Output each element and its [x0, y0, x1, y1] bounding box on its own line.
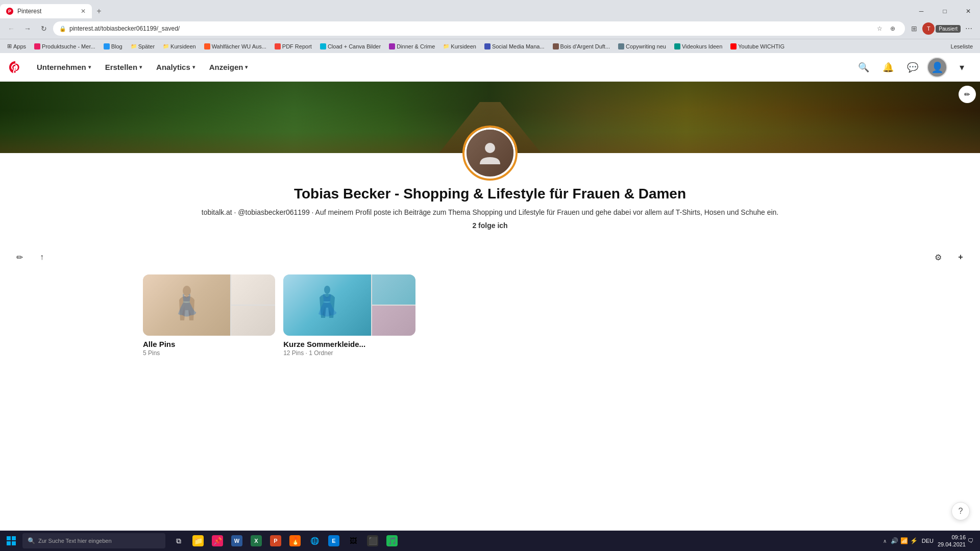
chevron-down-icon: ▾ [88, 64, 91, 70]
bookmark-label: Social Media Mana... [492, 43, 545, 49]
website-link[interactable]: tobitalk.at [202, 208, 232, 216]
collection-button[interactable]: ⊕ [887, 22, 899, 35]
bookmark-label: Leseliste [951, 43, 973, 49]
tray-expand-button[interactable]: ∧ [883, 538, 887, 544]
minimize-button[interactable]: ─ [910, 3, 933, 19]
bookmark-label: Cload + Canva Bilder [328, 43, 381, 49]
bookmark-youtube[interactable]: Youtube WICHTIG [727, 42, 788, 51]
boards-grid: Alle Pins 5 Pins [133, 274, 847, 377]
bookmark-more[interactable]: Leseliste [948, 42, 976, 51]
clock-time: 09:16 [938, 534, 966, 541]
pin-app-icon: 📌 [212, 535, 223, 546]
board-title: Alle Pins [143, 340, 275, 348]
system-clock[interactable]: 09:16 29.04.2021 [938, 534, 966, 548]
pinterest-logo[interactable] [8, 60, 22, 74]
maximize-button[interactable]: □ [933, 3, 957, 19]
board-image-main [143, 274, 230, 336]
tab-close-button[interactable]: ✕ [81, 8, 86, 15]
help-button[interactable]: ? [951, 502, 970, 520]
nav-item-analytics[interactable]: Analytics ▾ [150, 59, 201, 76]
bookmark-icon [730, 43, 737, 49]
banner-edit-button[interactable]: ✏ [959, 86, 976, 103]
bookmark-kursideen[interactable]: 📁 Kursideen [160, 42, 199, 51]
main-navigation: Unternehmen ▾ Erstellen ▾ Analytics ▾ An… [31, 59, 849, 76]
bookmark-dinner[interactable]: Dinner & Crime [386, 42, 438, 51]
taskbar-app-pin[interactable]: 📌 [208, 532, 227, 550]
new-tab-button[interactable]: + [92, 4, 106, 18]
notification-action-center[interactable]: 🗨 [968, 537, 974, 544]
bookmark-icon [674, 43, 680, 49]
address-bar[interactable]: 🔒 pinterest.at/tobiasbecker061199/_saved… [53, 21, 905, 36]
tray-icon-3[interactable]: ⚡ [910, 537, 918, 544]
notifications-button[interactable]: 🔔 [878, 57, 898, 78]
apps-grid-icon: ⊞ [7, 43, 12, 49]
taskbar-search-placeholder: Zur Suche Text hier eingeben [38, 538, 112, 544]
bookmark-social[interactable]: Social Media Mana... [481, 42, 548, 51]
taskbar-app-photos[interactable]: 🖼 [344, 532, 362, 550]
bookmark-canva[interactable]: Cload + Canva Bilder [317, 42, 384, 51]
nav-item-erstellen[interactable]: Erstellen ▾ [99, 59, 148, 76]
account-menu-button[interactable]: ▾ [951, 57, 972, 78]
profile-button[interactable]: T [922, 22, 935, 35]
taskbar-app-chrome[interactable]: 🌐 [305, 532, 324, 550]
search-icon: 🔍 [28, 537, 35, 544]
bookmark-copywriting[interactable]: Copywriting neu [615, 42, 669, 51]
bookmark-apps[interactable]: ⊞ Apps [4, 42, 29, 51]
taskbar-app-powerpoint[interactable]: P [266, 532, 285, 550]
active-tab[interactable]: Pinterest ✕ [0, 4, 92, 18]
board-card-alle-pins[interactable]: Alle Pins 5 Pins [143, 274, 275, 357]
messages-button[interactable]: 💬 [902, 57, 923, 78]
back-button[interactable]: ← [4, 21, 18, 36]
tray-icon-1[interactable]: 🔊 [891, 537, 898, 544]
taskbar-app-word[interactable]: W [228, 532, 246, 550]
bookmark-wahlfacher[interactable]: Wahlfächer WU Aus... [201, 42, 270, 51]
taskbar-app-firefox[interactable]: 🔥 [286, 532, 304, 550]
bookmark-videokurs[interactable]: Videokurs Ideen [671, 42, 725, 51]
nav-label: Unternehmen [37, 63, 86, 71]
chevron-down-icon: ▾ [192, 64, 195, 70]
forward-button[interactable]: → [20, 21, 35, 36]
bookmark-star-button[interactable]: ☆ [873, 22, 886, 35]
taskbar-app-11[interactable]: ⬛ [363, 532, 382, 550]
following-count[interactable]: 2 folge ich [10, 221, 970, 230]
bookmark-later[interactable]: 📁 Später [128, 42, 158, 51]
taskbar-task-view[interactable]: ⧉ [169, 532, 188, 550]
bookmark-kursideen2[interactable]: 📁 Kursideen [440, 42, 479, 51]
filter-button[interactable]: ⚙ [929, 248, 947, 266]
file-explorer-icon: 📁 [192, 535, 204, 546]
add-board-button[interactable]: + [951, 248, 970, 266]
language-button[interactable]: DEU [920, 537, 936, 545]
bookmark-produktsuche[interactable]: Produktsuche - Mer... [31, 42, 99, 51]
search-button[interactable]: 🔍 [853, 57, 874, 78]
taskbar-pinned-apps: ⧉ 📁 📌 W X P 🔥 [169, 532, 401, 550]
folder-icon: 📁 [163, 43, 169, 49]
nav-item-unternehmen[interactable]: Unternehmen ▾ [31, 59, 97, 76]
edit-button[interactable]: ✏ [10, 248, 29, 266]
folder-icon: 📁 [131, 43, 137, 49]
taskbar-app-spotify[interactable]: 🎵 [383, 532, 401, 550]
lock-icon: 🔒 [59, 26, 66, 32]
taskbar-search[interactable]: 🔍 Zur Suche Text hier eingeben [22, 533, 165, 548]
close-button[interactable]: ✕ [957, 3, 980, 19]
share-button[interactable]: ↑ [33, 248, 51, 266]
bookmark-bois[interactable]: Bois d'Argent Duft... [550, 42, 613, 51]
bookmark-icon [618, 43, 624, 49]
bookmark-blog[interactable]: Blog [101, 42, 126, 51]
main-content: ✏ Tobias Becker - Shopping & Lifestyle f… [0, 53, 980, 377]
bookmark-pdf[interactable]: PDF Report [272, 42, 315, 51]
taskbar-file-explorer[interactable]: 📁 [189, 532, 207, 550]
profile-avatar-wrapper [464, 128, 516, 179]
board-images [283, 274, 415, 336]
board-card-kurze-sommerkleider[interactable]: Kurze Sommerkleide... 12 Pins · 1 Ordner [283, 274, 415, 357]
taskbar-app-excel[interactable]: X [247, 532, 265, 550]
account-avatar-button[interactable]: 👤 [927, 57, 947, 78]
nav-item-anzeigen[interactable]: Anzeigen ▾ [203, 59, 254, 76]
tray-icon-2[interactable]: 📶 [900, 537, 908, 544]
start-button[interactable] [2, 532, 20, 550]
settings-button[interactable]: ⋯ [962, 21, 976, 36]
paused-label: Pausiert [939, 26, 958, 32]
taskbar-app-edge[interactable]: E [325, 532, 343, 550]
extensions-button[interactable]: ⊞ [907, 21, 921, 36]
bookmark-icon [553, 43, 559, 49]
refresh-button[interactable]: ↻ [37, 21, 51, 36]
